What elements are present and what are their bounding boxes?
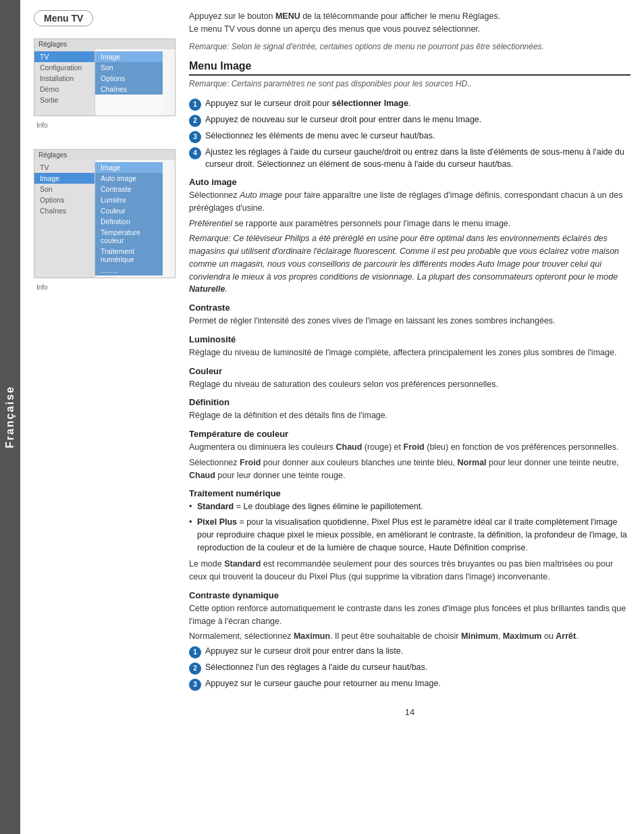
menu-item-image-2: Image xyxy=(34,173,95,184)
left-column: Menu TV Réglages TV Configuration Instal… xyxy=(34,10,176,717)
menu-item-options-2: Options xyxy=(34,194,95,205)
contraste-dyn-steps: 1 Appuyez sur le curseur droit pour entr… xyxy=(189,646,630,691)
menu-item-son-2: Son xyxy=(34,184,95,194)
auto-image-text2: Préférentiel se rapporte aux paramètres … xyxy=(189,217,630,230)
menu-right-son: Son xyxy=(95,62,163,73)
traitement-text: Le mode Standard est recommandée seuleme… xyxy=(189,558,630,583)
menu-right-couleur: Couleur xyxy=(95,205,163,216)
sub-section-couleur: Couleur xyxy=(189,366,630,376)
sub-section-temperature: Température de couleur xyxy=(189,429,630,439)
dyn-step-num-1: 1 xyxy=(189,646,201,658)
step-text-3: Sélectionnez les éléments de menu avec l… xyxy=(205,130,435,142)
couleur-text: Réglage du niveau de saturation des coul… xyxy=(189,378,630,391)
menu-item-tv-2: TV xyxy=(34,162,95,173)
menu-body-1: TV Configuration Installation Démo Sorti… xyxy=(34,49,175,115)
dyn-step-3: 3 Appuyez sur le curseur gauche pour ret… xyxy=(189,678,630,691)
menu-left-col-2: TV Image Son Options Chaînes xyxy=(34,160,95,278)
menu-right-dots: ......... xyxy=(95,265,163,276)
step-number-3: 3 xyxy=(189,131,201,143)
step-text-4: Ajustez les réglages à l'aide du curseur… xyxy=(205,147,630,170)
temperature-text2: Sélectionnez Froid pour donner aux coule… xyxy=(189,457,630,482)
intro-remark: Remarque: Selon le signal d'entrée, cert… xyxy=(189,41,630,53)
dyn-step-text-1: Appuyez sur le curseur droit pour entrer… xyxy=(205,646,403,658)
menu-screenshot-2: Réglages TV Image Son Options Chaînes Im… xyxy=(34,149,176,278)
step-item-4: 4 Ajustez les réglages à l'aide du curse… xyxy=(189,147,630,170)
step-number-4: 4 xyxy=(189,147,201,159)
bullet-item-pixelplus: Pixel Plus = pour la visualisation quoti… xyxy=(189,516,630,554)
menu-right-empty-4 xyxy=(95,103,163,105)
step-item-2: 2 Appuyez de nouveau sur le curseur droi… xyxy=(189,114,630,127)
menu-item-sortie: Sortie xyxy=(34,95,95,105)
menu-item-empty-3 xyxy=(34,111,95,113)
info-label-2: Info xyxy=(34,284,176,291)
definition-text: Réglage de la définition et des détails … xyxy=(189,409,630,422)
contraste-text: Permet de régler l'intensité des zones v… xyxy=(189,315,630,328)
menu-right-chaines: Chaînes xyxy=(95,84,163,95)
sub-section-definition: Définition xyxy=(189,397,630,407)
dyn-step-text-2: Sélectionnez l'un des réglages à l'aide … xyxy=(205,662,427,674)
page-number: 14 xyxy=(189,702,630,717)
info-label-1: Info xyxy=(34,122,176,129)
menu-header-2: Réglages xyxy=(34,150,175,160)
menu-right-col-2: Image Auto image Contraste Lumière Coule… xyxy=(95,160,163,278)
section-menu-image: Menu Image xyxy=(189,60,630,76)
sidebar: Française xyxy=(0,0,20,834)
contraste-dyn-text1: Cette option renforce automatiquement le… xyxy=(189,602,630,628)
temperature-text1: Augmentera ou diminuera les couleurs Cha… xyxy=(189,441,630,454)
bullet-item-standard: Standard = Le doublage des lignes élimin… xyxy=(189,500,630,513)
menu-image-remark: Remarque: Certains paramètres ne sont pa… xyxy=(189,78,630,90)
intro-line1: Appuyez sur le bouton MENU de la télécom… xyxy=(189,10,630,36)
sub-section-auto-image: Auto image xyxy=(189,177,630,187)
menu-right-contraste: Contraste xyxy=(95,184,163,194)
menu-right-col-1: Image Son Options Chaînes xyxy=(95,49,163,115)
menu-right-traitement: Traitement numérique xyxy=(95,246,163,265)
step-number-1: 1 xyxy=(189,99,201,111)
step-item-3: 3 Sélectionnez les éléments de menu avec… xyxy=(189,130,630,143)
menu-item-config: Configuration xyxy=(34,62,95,73)
step-text-2: Appuyez de nouveau sur le curseur droit … xyxy=(205,114,481,126)
dyn-step-text-3: Appuyez sur le curseur gauche pour retou… xyxy=(205,678,441,690)
menu-right-options: Options xyxy=(95,73,163,84)
sub-section-traitement: Traitement numérique xyxy=(189,488,630,498)
menu-item-installation: Installation xyxy=(34,73,95,84)
dyn-step-num-2: 2 xyxy=(189,662,201,675)
dyn-step-num-3: 3 xyxy=(189,679,201,691)
dyn-step-2: 2 Sélectionnez l'un des réglages à l'aid… xyxy=(189,662,630,675)
sidebar-label: Française xyxy=(4,386,16,448)
main-content: Menu TV Réglages TV Configuration Instal… xyxy=(20,0,644,727)
menu-header-1: Réglages xyxy=(34,39,175,49)
menu-tv-label: Menu TV xyxy=(34,10,93,26)
menu-right-temp-couleur: Température couleur xyxy=(95,227,163,246)
step-item-1: 1 Appuyez sur le curseur droit pour séle… xyxy=(189,98,630,111)
dyn-step-1: 1 Appuyez sur le curseur droit pour entr… xyxy=(189,646,630,658)
menu-item-empty-2d xyxy=(34,224,95,227)
menu-item-chaines-2: Chaînes xyxy=(34,205,95,216)
menu-body-2: TV Image Son Options Chaînes Image Auto … xyxy=(34,160,175,278)
contraste-dyn-text2: Normalement, sélectionnez Maximun. Il pe… xyxy=(189,630,630,643)
right-column: Appuyez sur le bouton MENU de la télécom… xyxy=(189,10,630,717)
sub-section-contraste: Contraste xyxy=(189,303,630,313)
step-text-1: Appuyez sur le curseur droit pour sélect… xyxy=(205,98,410,110)
menu-right-auto-image: Auto image xyxy=(95,173,163,184)
menu-screenshot-1: Réglages TV Configuration Installation D… xyxy=(34,38,176,116)
menu-image-steps: 1 Appuyez sur le curseur droit pour séle… xyxy=(189,98,630,170)
step-number-2: 2 xyxy=(189,115,201,127)
menu-left-col-1: TV Configuration Installation Démo Sorti… xyxy=(34,49,95,115)
menu-right-definition: Définition xyxy=(95,216,163,227)
sub-section-luminosite: Luminosité xyxy=(189,334,630,344)
sub-section-contraste-dyn: Contraste dynamique xyxy=(189,590,630,600)
menu-right-image-2: Image xyxy=(95,162,163,173)
menu-item-tv-1: TV xyxy=(34,51,95,62)
auto-image-text1: Sélectionnez Auto image pour faire appar… xyxy=(189,189,630,215)
menu-right-lumiere: Lumière xyxy=(95,194,163,205)
menu-item-demo: Démo xyxy=(34,84,95,95)
traitement-bullets: Standard = Le doublage des lignes élimin… xyxy=(189,500,630,554)
luminosite-text: Réglage du niveau de luminosité de l'ima… xyxy=(189,346,630,359)
auto-image-remark: Remarque: Ce téléviseur Philips a été pr… xyxy=(189,232,630,296)
menu-right-image: Image xyxy=(95,51,163,62)
